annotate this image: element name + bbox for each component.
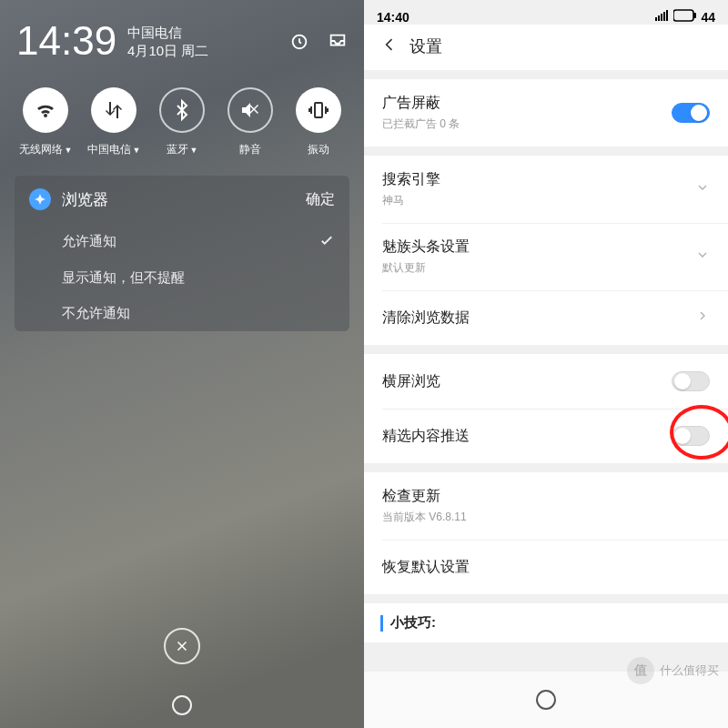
back-button[interactable]	[380, 35, 399, 57]
svg-rect-6	[666, 10, 668, 21]
notification-shade: 14:39 中国电信 4月10日 周二 无线网络▼ 中国电信▼ 蓝牙▼ 静音 振…	[0, 0, 364, 728]
battery-icon	[673, 9, 697, 25]
alarm-icon[interactable]	[289, 31, 309, 55]
accent-bar	[380, 615, 383, 632]
svg-rect-1	[315, 103, 322, 117]
quick-toggle-label: 蓝牙▼	[167, 142, 198, 157]
row-search-engine[interactable]: 搜索引擎 神马	[364, 156, 728, 223]
settings-title: 设置	[410, 35, 442, 57]
row-landscape[interactable]: 横屏浏览	[364, 354, 728, 409]
row-push[interactable]: 精选内容推送	[364, 409, 728, 463]
clock: 14:39	[16, 18, 116, 64]
carrier-date: 中国电信 4月10日 周二	[127, 24, 208, 60]
row-headlines[interactable]: 魅族头条设置 默认更新	[364, 223, 728, 290]
vibrate-icon[interactable]	[296, 87, 341, 133]
option-label: 显示通知，但不提醒	[62, 269, 185, 287]
battery-label: 44	[701, 10, 715, 25]
notification-option[interactable]: 不允许通知	[15, 296, 349, 331]
tips-header: 小技巧:	[364, 603, 728, 642]
landscape-title: 横屏浏览	[382, 372, 440, 391]
date-label: 4月10日 周二	[127, 42, 208, 60]
landscape-toggle[interactable]	[672, 371, 710, 391]
adblock-sub: 已拦截广告 0 条	[382, 116, 460, 132]
svg-rect-7	[673, 10, 693, 21]
notification-options: 允许通知显示通知，但不提醒不允许通知	[15, 223, 349, 331]
notification-option[interactable]: 显示通知，但不提醒	[15, 260, 349, 296]
push-toggle[interactable]	[672, 426, 710, 446]
headlines-title: 魅族头条设置	[382, 238, 470, 257]
chevron-down-icon	[695, 180, 710, 198]
update-title: 检查更新	[382, 487, 467, 506]
option-label: 允许通知	[62, 233, 116, 250]
svg-rect-4	[661, 14, 662, 21]
row-clear-data[interactable]: 清除浏览数据	[364, 290, 728, 345]
row-restore-default[interactable]: 恢复默认设置	[364, 540, 728, 594]
close-button[interactable]	[164, 628, 200, 664]
headlines-sub: 默认更新	[382, 260, 470, 276]
quick-toggle-label: 静音	[239, 142, 261, 157]
search-sub: 神马	[382, 193, 440, 208]
status-row: 14:39 中国电信 4月10日 周二	[0, 0, 364, 71]
quick-toggles-row: 无线网络▼ 中国电信▼ 蓝牙▼ 静音 振动	[0, 71, 364, 163]
option-label: 不允许通知	[62, 305, 130, 322]
chevron-right-icon	[695, 308, 710, 327]
watermark-logo-icon: 值	[627, 657, 654, 684]
svg-rect-8	[693, 13, 696, 18]
mute-icon[interactable]	[228, 87, 273, 133]
update-sub: 当前版本 V6.8.11	[382, 510, 467, 525]
watermark: 值 什么值得买	[627, 657, 719, 684]
status-bar: 14:40 44	[364, 0, 728, 25]
svg-rect-5	[663, 12, 665, 21]
quick-toggle-data[interactable]: 中国电信▼	[86, 87, 141, 157]
quick-toggle-mute[interactable]: 静音	[223, 87, 278, 157]
wifi-icon[interactable]	[23, 87, 68, 133]
svg-rect-3	[658, 15, 660, 21]
quick-toggle-bluetooth[interactable]: 蓝牙▼	[155, 87, 209, 157]
svg-rect-2	[655, 17, 657, 21]
tray-icon[interactable]	[328, 31, 348, 55]
confirm-button[interactable]: 确定	[306, 190, 335, 209]
quick-toggle-vibrate[interactable]: 振动	[291, 87, 346, 157]
restore-title: 恢复默认设置	[382, 558, 470, 577]
check-icon	[318, 232, 335, 251]
carrier-label: 中国电信	[127, 24, 208, 42]
watermark-text: 什么值得买	[660, 662, 719, 679]
home-nav-icon[interactable]	[172, 695, 192, 715]
row-ad-block[interactable]: 广告屏蔽 已拦截广告 0 条	[364, 79, 728, 147]
quick-toggle-wifi[interactable]: 无线网络▼	[18, 87, 73, 157]
adblock-title: 广告屏蔽	[382, 94, 460, 113]
signal-icon	[655, 10, 670, 24]
search-title: 搜索引擎	[382, 170, 440, 189]
browser-icon	[29, 188, 51, 210]
chevron-down-icon	[695, 248, 710, 266]
home-nav-icon[interactable]	[536, 690, 556, 710]
notification-option[interactable]: 允许通知	[15, 223, 349, 260]
row-check-update[interactable]: 检查更新 当前版本 V6.8.11	[364, 472, 728, 540]
push-title: 精选内容推送	[382, 427, 470, 446]
status-time: 14:40	[377, 10, 410, 25]
data-icon[interactable]	[91, 87, 136, 133]
settings-header: 设置	[364, 25, 728, 70]
quick-toggle-label: 中国电信▼	[87, 142, 141, 157]
settings-screen: 14:40 44 设置 广告屏蔽 已拦截广告 0 条	[364, 0, 728, 728]
adblock-toggle[interactable]	[672, 103, 710, 123]
bluetooth-icon[interactable]	[159, 87, 205, 133]
quick-toggle-label: 振动	[308, 142, 329, 157]
tips-label: 小技巧:	[390, 614, 436, 632]
notification-app-name: 浏览器	[62, 189, 108, 210]
cleardata-title: 清除浏览数据	[382, 308, 470, 328]
notification-card: 浏览器 确定 允许通知显示通知，但不提醒不允许通知	[15, 176, 349, 331]
quick-toggle-label: 无线网络▼	[19, 142, 73, 157]
